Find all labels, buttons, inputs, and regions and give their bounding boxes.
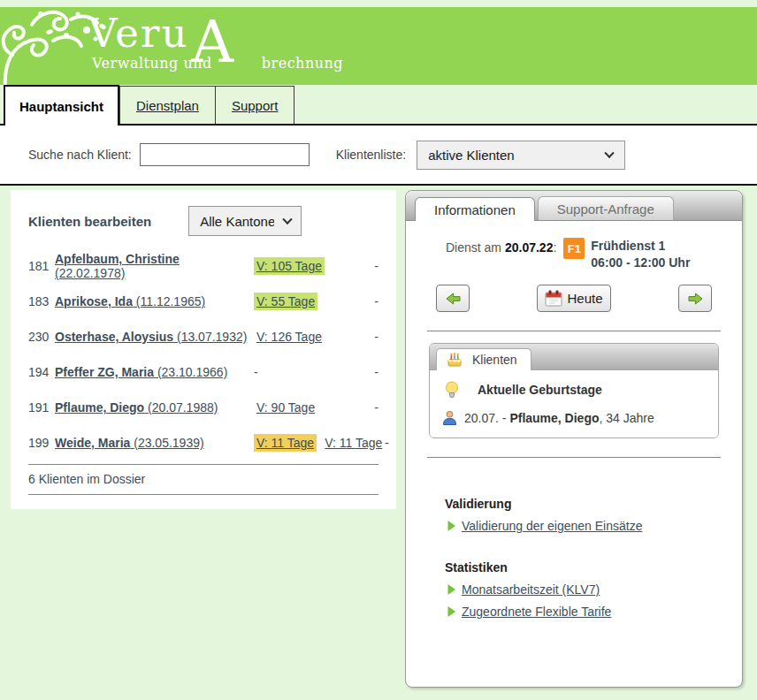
dienst-row: Dienst am 20.07.22: F1 Frühdienst 1 06:0… — [406, 221, 742, 271]
klienten-box-tab-label: Klienten — [472, 353, 517, 367]
vacation-days-empty: - — [254, 365, 258, 379]
client-id: 199 — [28, 436, 55, 450]
logo-big-a: A — [192, 8, 236, 76]
client-name-link[interactable]: Apfelbaum, Christine (22.02.1978) — [55, 252, 180, 280]
tab-hauptansicht[interactable]: Hauptansicht — [4, 85, 119, 126]
play-triangle-icon — [447, 520, 456, 532]
kantone-select[interactable]: Alle Kantone — [188, 206, 302, 236]
search-input[interactable] — [140, 143, 310, 166]
birthday-entry: 20.07. - Pflaume, Diego, 34 Jahre — [442, 410, 706, 425]
dienst-date: 20.07.22 — [505, 240, 554, 255]
divider — [28, 494, 378, 495]
play-triangle-icon — [447, 583, 456, 596]
klienten-box: Klienten Aktuelle Geburtstage 20.0 — [429, 343, 719, 438]
app-header: VeruA Verwaltung undbrechnung — [0, 7, 757, 85]
validierung-section: Validierung Validierung der eigenen Eins… — [406, 497, 742, 533]
logo-wordmark: VeruA — [88, 12, 343, 54]
klienten-box-tabbar: Klienten — [430, 344, 718, 370]
client-name-link[interactable]: Osterhase, Aloysius (13.07.1932) — [55, 330, 247, 344]
client-rows: 181 Apfelbaum, Christine (22.02.1978) V:… — [28, 248, 378, 460]
vacation-days-link-2[interactable]: V: 11 Tage — [322, 434, 385, 452]
shift-time: 06:00 - 12:00 Uhr — [591, 255, 690, 271]
birthday-text: 20.07. - Pflaume, Diego, 34 Jahre — [464, 411, 654, 425]
row-dash: - — [366, 365, 378, 379]
client-name-link[interactable]: Weide, Maria (23.05.1939) — [55, 436, 204, 450]
validierung-link[interactable]: Validierung der eigenen Einsätze — [462, 519, 642, 533]
client-id: 230 — [28, 330, 55, 344]
klientenliste-select[interactable]: aktive Klienten — [417, 141, 625, 170]
vacation-days-link[interactable]: V: 105 Tage — [254, 257, 325, 275]
search-label: Suche nach Klient: — [28, 148, 132, 162]
lightbulb-icon — [445, 381, 459, 399]
row-dash: - — [366, 400, 378, 415]
vacation-days-link[interactable]: V: 90 Tage — [254, 399, 317, 416]
tab-klienten[interactable]: Klienten — [436, 348, 531, 370]
client-id: 181 — [28, 259, 55, 273]
shift-badge: F1 — [563, 238, 585, 259]
klienten-box-content: Aktuelle Geburtstage 20.07. - Pflaume, D… — [430, 370, 718, 438]
client-name-link[interactable]: Pflaume, Diego (20.07.1988) — [55, 400, 218, 415]
monatsarbeitszeit-link[interactable]: Monatsarbeitszeit (KLV7) — [462, 582, 600, 597]
vacation-days-link[interactable]: V: 126 Tage — [254, 328, 325, 346]
search-panel: Suche nach Klient: Klientenliste: aktive… — [0, 124, 757, 186]
play-triangle-icon — [447, 605, 456, 618]
main-nav-tabs: Hauptansicht Dienstplan Support — [0, 85, 757, 124]
clients-panel: Klienten bearbeiten Alle Kantone 181 Apf… — [11, 190, 396, 509]
row-dash: - — [366, 294, 378, 308]
birthday-cake-icon — [447, 352, 463, 368]
tab-support-anfrage[interactable]: Support-Anfrage — [538, 196, 674, 220]
calendar-icon — [545, 290, 562, 307]
table-row: 199 Weide, Maria (23.05.1939) V: 11 Tage… — [28, 425, 378, 460]
row-dash: - — [366, 259, 378, 273]
tab-dienstplan-link[interactable]: Dienstplan — [136, 98, 199, 113]
table-row: 194 Pfeffer ZG, Maria (23.10.1966) - - — [28, 354, 378, 390]
arrow-left-icon — [446, 293, 461, 305]
client-id: 183 — [28, 294, 55, 308]
row-dash: - — [366, 330, 378, 344]
divider — [427, 457, 721, 458]
client-id: 194 — [28, 365, 55, 379]
dienst-label: Dienst am 20.07.22: — [446, 238, 556, 255]
clients-panel-title: Klienten bearbeiten — [28, 214, 151, 229]
info-panel: Informationen Support-Anfrage Dienst am … — [405, 190, 743, 688]
divider — [427, 331, 721, 331]
table-row: 183 Aprikose, Ida (11.12.1965) V: 55 Tag… — [28, 284, 378, 319]
validierung-heading: Validierung — [445, 497, 742, 511]
klientenliste-label: Klientenliste: — [336, 148, 406, 162]
date-nav-row: Heute — [406, 271, 742, 312]
statistiken-heading: Statistiken — [445, 560, 742, 574]
next-day-button[interactable] — [678, 285, 712, 312]
tab-support-link[interactable]: Support — [232, 98, 279, 113]
flexible-tarife-link[interactable]: Zugeordnete Flexible Tarife — [462, 605, 611, 619]
shift-name: Frühdienst 1 — [591, 238, 690, 255]
info-panel-tabbar: Informationen Support-Anfrage — [406, 191, 742, 221]
table-row: 230 Osterhase, Aloysius (13.07.1932) V: … — [28, 319, 378, 354]
arrow-right-icon — [688, 293, 703, 305]
client-name-link[interactable]: Pfeffer ZG, Maria (23.10.1966) — [55, 365, 227, 379]
clients-panel-footer: 6 Klienten im Dossier — [28, 464, 378, 495]
prev-day-button[interactable] — [436, 285, 470, 312]
birthdays-heading: Aktuelle Geburtstage — [478, 383, 602, 397]
heute-button[interactable]: Heute — [537, 285, 610, 312]
client-name-link[interactable]: Aprikose, Ida (11.12.1965) — [55, 294, 205, 308]
table-row: 191 Pflaume, Diego (20.07.1988) V: 90 Ta… — [28, 390, 378, 425]
heute-label: Heute — [567, 291, 602, 306]
app-logo: VeruA Verwaltung undbrechnung — [88, 12, 343, 72]
client-count-text: 6 Klienten im Dossier — [28, 465, 378, 494]
client-id: 191 — [28, 400, 55, 415]
vacation-days-link[interactable]: V: 11 Tage — [254, 434, 317, 452]
person-icon — [442, 410, 457, 425]
statistiken-section: Statistiken Monatsarbeitszeit (KLV7) Zug… — [406, 560, 742, 619]
row-dash: - — [385, 436, 389, 450]
shift-info: Frühdienst 1 06:00 - 12:00 Uhr — [591, 238, 690, 271]
tab-support[interactable]: Support — [216, 86, 295, 124]
table-row: 181 Apfelbaum, Christine (22.02.1978) V:… — [28, 248, 378, 284]
tab-informationen[interactable]: Informationen — [415, 197, 535, 221]
tab-dienstplan[interactable]: Dienstplan — [119, 86, 216, 124]
birthday-name: Pflaume, Diego — [509, 411, 599, 425]
main-content: Klienten bearbeiten Alle Kantone 181 Apf… — [0, 186, 757, 688]
vacation-days-link[interactable]: V: 55 Tage — [254, 293, 317, 310]
